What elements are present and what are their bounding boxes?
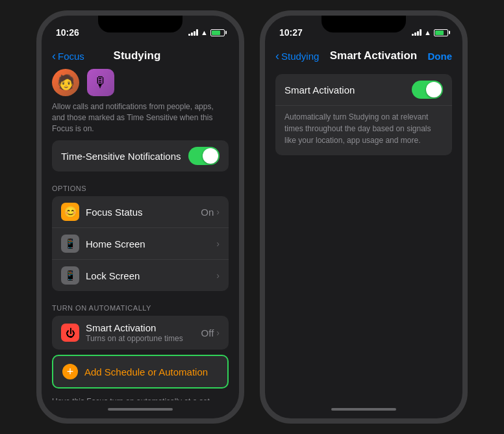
battery-icon-1 [210, 29, 225, 36]
notch-1 [98, 16, 183, 32]
smart-activation-label: Smart Activation [86, 322, 201, 333]
options-card: 😊 Focus Status On › 📱 Home Screen › 📱 Lo… [52, 196, 229, 291]
smart-activation-card: ⏻ Smart Activation Turns on at opportune… [52, 316, 229, 350]
status-time-1: 10:26 [56, 27, 79, 38]
home-indicator-2 [265, 400, 462, 418]
time-sensitive-label: Time-Sensitive Notifications [61, 151, 188, 162]
status-time-2: 10:27 [279, 27, 303, 38]
avatar-1: 🧑 [52, 69, 79, 96]
smart-activation-value: Off [201, 327, 214, 338]
home-screen-chevron: › [216, 238, 220, 249]
signal-icon-1 [188, 29, 198, 36]
turn-on-label: TURN ON AUTOMATICALLY [42, 296, 239, 316]
focus-status-label: Focus Status [86, 207, 201, 218]
back-label-1: Focus [58, 51, 84, 62]
smart-activation-detail-label: Smart Activation [284, 84, 412, 96]
battery-icon-2 [434, 29, 448, 36]
avatar-row: 🧑 🎙 [42, 69, 239, 101]
time-sensitive-card: Time-Sensitive Notifications [52, 140, 229, 172]
smart-activation-icon: ⏻ [61, 324, 79, 342]
smart-activation-detail-card: Smart Activation Automatically turn Stud… [275, 74, 452, 155]
focus-status-chevron: › [216, 207, 220, 217]
add-schedule-button[interactable]: + Add Schedule or Automation [52, 355, 229, 389]
nav-bar-2: ‹ Studying Smart Activation Done [265, 43, 462, 69]
phone-2: 10:27 ▲ ‹ Studying Smart Activation Done… [260, 10, 468, 424]
add-schedule-plus-icon: + [62, 364, 78, 379]
status-icons-2: ▲ [412, 29, 448, 36]
lock-screen-icon: 📱 [61, 266, 79, 285]
smart-activation-desc: Automatically turn Studying on at releva… [275, 106, 452, 155]
time-sensitive-row[interactable]: Time-Sensitive Notifications [52, 140, 229, 172]
wifi-icon-2: ▲ [424, 29, 431, 36]
home-indicator-1 [42, 400, 239, 418]
back-chevron-2: ‹ [275, 50, 279, 62]
smart-activation-chevron: › [216, 327, 220, 338]
phone-content-2[interactable]: Smart Activation Automatically turn Stud… [265, 69, 462, 400]
back-button-2[interactable]: ‹ Studying [275, 50, 319, 62]
nav-title-1: Studying [114, 49, 161, 62]
allowed-desc: Allow calls and notifications from peopl… [42, 101, 239, 140]
smart-activation-row[interactable]: ⏻ Smart Activation Turns on at opportune… [52, 316, 229, 350]
smart-activation-subtitle: Turns on at opportune times [86, 334, 201, 343]
home-screen-label: Home Screen [86, 238, 216, 249]
podcast-icon: 🎙 [87, 69, 114, 96]
focus-status-icon: 😊 [61, 203, 79, 221]
time-sensitive-toggle[interactable] [188, 147, 220, 165]
add-schedule-label: Add Schedule or Automation [84, 366, 208, 377]
back-label-2: Studying [281, 51, 319, 62]
status-icons-1: ▲ [188, 29, 225, 36]
focus-status-value: On [201, 207, 214, 218]
home-screen-row[interactable]: 📱 Home Screen › [52, 228, 229, 260]
phone-1: 10:26 ▲ ‹ Focus Studying 🧑 🎙 Allow calls… [36, 10, 244, 424]
options-label: OPTIONS [42, 177, 239, 196]
signal-icon-2 [412, 29, 422, 36]
nav-title-2: Smart Activation [330, 49, 417, 62]
focus-status-row[interactable]: 😊 Focus Status On › [52, 196, 229, 228]
done-button-2[interactable]: Done [428, 51, 453, 62]
wifi-icon-1: ▲ [201, 29, 208, 36]
notch-2 [321, 16, 406, 32]
smart-activation-detail-toggle[interactable] [412, 81, 443, 99]
footer-desc: Have this Focus turn on automatically at… [42, 394, 239, 400]
home-screen-icon: 📱 [61, 235, 79, 253]
phone-content-1[interactable]: 🧑 🎙 Allow calls and notifications from p… [42, 69, 239, 400]
smart-activation-detail-row[interactable]: Smart Activation [275, 74, 452, 106]
nav-bar-1: ‹ Focus Studying [42, 43, 239, 69]
back-button-1[interactable]: ‹ Focus [52, 50, 84, 62]
lock-screen-chevron: › [216, 270, 220, 281]
lock-screen-label: Lock Screen [86, 270, 216, 281]
back-chevron-1: ‹ [52, 50, 56, 62]
lock-screen-row[interactable]: 📱 Lock Screen › [52, 260, 229, 291]
